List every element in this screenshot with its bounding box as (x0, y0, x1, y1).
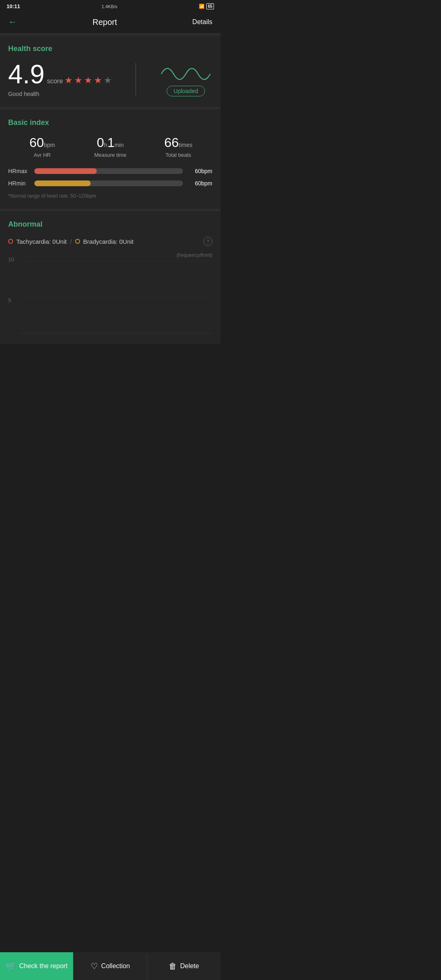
score-subtitle: Good health (8, 91, 112, 97)
measure-time-label: Measure time (94, 152, 127, 158)
back-button[interactable]: ← (8, 17, 17, 27)
avr-hr-unit: bpm (44, 142, 55, 148)
wave-chart (159, 62, 212, 81)
details-button[interactable]: Details (192, 18, 212, 26)
chart-y-label-5: 5 (8, 297, 11, 303)
wifi-icon: 📶 (199, 4, 205, 9)
score-label: score (47, 78, 63, 85)
avr-hr-value: 60 (29, 135, 44, 150)
frequency-label: (frequency/front) (176, 252, 212, 258)
basic-index-section: Basic index 60 bpm Avr HR 0 h 1 min Meas… (0, 109, 220, 209)
total-beats-value: 66 (164, 135, 179, 150)
bradycardia-dot (75, 239, 80, 244)
help-icon[interactable]: ? (203, 237, 212, 246)
uploaded-badge: Uploaded (167, 86, 205, 96)
hrmax-label: HRmax (8, 168, 29, 174)
status-time: 10:11 (7, 3, 20, 9)
battery-indicator: 65 (206, 3, 214, 9)
score-left: 4.9 score ★ ★ ★ ★ ★ Good health (8, 61, 112, 97)
header: ← Report Details (0, 12, 220, 33)
hrmax-bar-fill (34, 168, 97, 174)
status-bar: 10:11 1.4KB/s 📶 65 (0, 0, 220, 12)
hrmin-row: HRmin 60bpm (8, 180, 212, 187)
health-score-section: Health score 4.9 score ★ ★ ★ ★ ★ Good he… (0, 36, 220, 107)
chart-y-label-10: 10 (8, 256, 14, 263)
hrmax-bar-bg (34, 168, 183, 174)
avr-hr-stat: 60 bpm Avr HR (8, 135, 76, 158)
basic-stats: 60 bpm Avr HR 0 h 1 min Measure time 66 (8, 135, 212, 158)
tachycardia-dot (8, 239, 13, 244)
health-score-content: 4.9 score ★ ★ ★ ★ ★ Good health (8, 61, 212, 97)
measure-minutes-unit: min (114, 142, 124, 148)
score-right: Uploaded (159, 62, 212, 96)
measure-time-stat: 0 h 1 min Measure time (76, 135, 145, 158)
main-content: Health score 4.9 score ★ ★ ★ ★ ★ Good he… (0, 33, 220, 372)
total-beats-unit: times (179, 142, 192, 148)
abnormal-chart: 10 5 (frequency/front) (8, 252, 212, 334)
score-divider (136, 63, 136, 96)
hr-bars: HRmax 60bpm HRmin 60bpm (8, 168, 212, 187)
stars-row: ★ ★ ★ ★ ★ (65, 75, 112, 86)
status-network: 1.4KB/s (102, 4, 118, 9)
score-number-row: 4.9 score ★ ★ ★ ★ ★ (8, 61, 112, 87)
basic-index-title: Basic index (8, 118, 212, 127)
abnormal-slash: / (70, 238, 71, 245)
star-3: ★ (84, 75, 92, 86)
star-4: ★ (94, 75, 102, 86)
tachycardia-label: Tachycardia: 0Unit (16, 238, 67, 245)
hrmax-row: HRmax 60bpm (8, 168, 212, 174)
status-right: 📶 65 (199, 3, 214, 9)
abnormal-title: Abnormal (8, 220, 212, 229)
avr-hr-label: Avr HR (34, 152, 51, 158)
hrmin-bar-bg (34, 180, 183, 186)
hrmax-value: 60bpm (188, 168, 212, 174)
hrmin-bar-fill (34, 180, 91, 186)
abnormal-section: Abnormal Tachycardia: 0Unit / Bradycardi… (0, 211, 220, 344)
measure-minutes: 1 (107, 135, 115, 150)
hrmin-value: 60bpm (188, 180, 212, 187)
measure-hours: 0 (97, 135, 104, 150)
measure-time-value-row: 0 h 1 min (97, 135, 124, 150)
hrmin-label: HRmin (8, 180, 29, 187)
abnormal-indicators-row: Tachycardia: 0Unit / Bradycardia: 0Unit … (8, 237, 212, 246)
score-number: 4.9 (8, 61, 45, 87)
page-title: Report (93, 18, 117, 27)
total-beats-value-row: 66 times (164, 135, 192, 150)
abnormal-chart-svg (20, 252, 212, 334)
health-score-title: Health score (8, 45, 212, 53)
avr-hr-value-row: 60 bpm (29, 135, 55, 150)
star-1: ★ (65, 75, 73, 86)
total-beats-stat: 66 times Total beats (144, 135, 212, 158)
measure-hours-unit: h (104, 142, 107, 148)
normal-range-note: *Normal range of heart rate: 50~120bpm (8, 193, 212, 199)
bradycardia-label: Bradycardia: 0Unit (83, 238, 134, 245)
star-2: ★ (74, 75, 82, 86)
total-beats-label: Total beats (165, 152, 191, 158)
star-5: ★ (104, 75, 112, 86)
